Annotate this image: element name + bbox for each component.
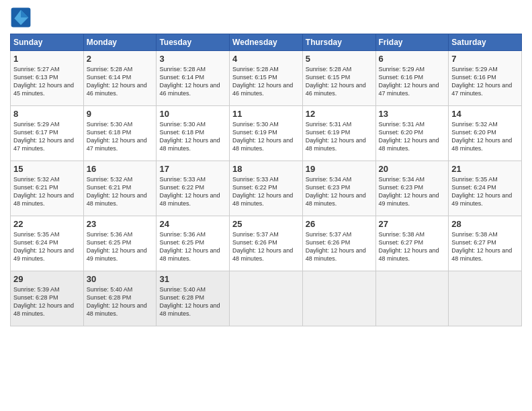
day-number: 23 <box>87 219 154 229</box>
calendar-cell: 8 Sunrise: 5:29 AM Sunset: 6:17 PM Dayli… <box>11 106 84 161</box>
day-number: 5 <box>306 54 373 64</box>
day-info: Sunrise: 5:35 AM Sunset: 6:24 PM Dayligh… <box>451 175 519 208</box>
day-number: 15 <box>13 164 81 174</box>
calendar-cell: 12 Sunrise: 5:31 AM Sunset: 6:19 PM Dayl… <box>302 106 375 161</box>
day-info: Sunrise: 5:40 AM Sunset: 6:28 PM Dayligh… <box>159 285 226 318</box>
calendar-cell: 9 Sunrise: 5:30 AM Sunset: 6:18 PM Dayli… <box>83 106 157 161</box>
day-info: Sunrise: 5:30 AM Sunset: 6:19 PM Dayligh… <box>232 120 300 153</box>
day-number: 2 <box>87 54 154 64</box>
calendar-cell: 2 Sunrise: 5:28 AM Sunset: 6:14 PM Dayli… <box>83 51 157 106</box>
day-info: Sunrise: 5:28 AM Sunset: 6:15 PM Dayligh… <box>306 65 373 98</box>
day-info: Sunrise: 5:38 AM Sunset: 6:27 PM Dayligh… <box>451 230 519 263</box>
calendar-cell: 19 Sunrise: 5:34 AM Sunset: 6:23 PM Dayl… <box>302 161 375 216</box>
calendar-cell <box>230 271 303 326</box>
day-info: Sunrise: 5:36 AM Sunset: 6:25 PM Dayligh… <box>87 230 154 263</box>
calendar-cell: 13 Sunrise: 5:31 AM Sunset: 6:20 PM Dayl… <box>375 106 449 161</box>
day-number: 24 <box>159 219 226 229</box>
calendar-cell: 30 Sunrise: 5:40 AM Sunset: 6:28 PM Dayl… <box>83 271 157 326</box>
day-number: 27 <box>379 219 446 229</box>
day-info: Sunrise: 5:33 AM Sunset: 6:22 PM Dayligh… <box>159 175 226 208</box>
header <box>10 7 522 28</box>
calendar-cell: 17 Sunrise: 5:33 AM Sunset: 6:22 PM Dayl… <box>157 161 230 216</box>
calendar-cell: 1 Sunrise: 5:27 AM Sunset: 6:13 PM Dayli… <box>11 51 84 106</box>
day-number: 14 <box>451 109 519 119</box>
day-number: 6 <box>379 54 446 64</box>
day-info: Sunrise: 5:32 AM Sunset: 6:21 PM Dayligh… <box>87 175 154 208</box>
calendar-cell: 25 Sunrise: 5:37 AM Sunset: 6:26 PM Dayl… <box>230 216 303 271</box>
day-info: Sunrise: 5:39 AM Sunset: 6:28 PM Dayligh… <box>13 285 81 318</box>
calendar-cell: 28 Sunrise: 5:38 AM Sunset: 6:27 PM Dayl… <box>449 216 522 271</box>
day-number: 16 <box>87 164 154 174</box>
day-info: Sunrise: 5:33 AM Sunset: 6:22 PM Dayligh… <box>232 175 300 208</box>
day-info: Sunrise: 5:29 AM Sunset: 6:16 PM Dayligh… <box>379 65 446 98</box>
calendar-cell: 27 Sunrise: 5:38 AM Sunset: 6:27 PM Dayl… <box>375 216 449 271</box>
day-number: 25 <box>232 219 300 229</box>
day-number: 8 <box>13 109 81 119</box>
day-info: Sunrise: 5:30 AM Sunset: 6:18 PM Dayligh… <box>87 120 154 153</box>
logo <box>10 7 34 28</box>
day-number: 10 <box>159 109 226 119</box>
day-info: Sunrise: 5:30 AM Sunset: 6:18 PM Dayligh… <box>159 120 226 153</box>
day-info: Sunrise: 5:40 AM Sunset: 6:28 PM Dayligh… <box>87 285 154 318</box>
calendar-cell: 16 Sunrise: 5:32 AM Sunset: 6:21 PM Dayl… <box>83 161 157 216</box>
calendar-header-row: SundayMondayTuesdayWednesdayThursdayFrid… <box>11 34 522 51</box>
day-number: 3 <box>159 54 226 64</box>
calendar-cell: 11 Sunrise: 5:30 AM Sunset: 6:19 PM Dayl… <box>230 106 303 161</box>
day-info: Sunrise: 5:28 AM Sunset: 6:14 PM Dayligh… <box>87 65 154 98</box>
day-info: Sunrise: 5:29 AM Sunset: 6:16 PM Dayligh… <box>451 65 519 98</box>
day-number: 13 <box>379 109 446 119</box>
day-number: 4 <box>232 54 300 64</box>
day-info: Sunrise: 5:28 AM Sunset: 6:15 PM Dayligh… <box>232 65 300 98</box>
day-header-friday: Friday <box>375 34 449 51</box>
calendar-cell <box>375 271 449 326</box>
day-info: Sunrise: 5:38 AM Sunset: 6:27 PM Dayligh… <box>379 230 446 263</box>
day-number: 9 <box>87 109 154 119</box>
calendar-cell: 24 Sunrise: 5:36 AM Sunset: 6:25 PM Dayl… <box>157 216 230 271</box>
calendar-cell: 7 Sunrise: 5:29 AM Sunset: 6:16 PM Dayli… <box>449 51 522 106</box>
calendar-cell: 10 Sunrise: 5:30 AM Sunset: 6:18 PM Dayl… <box>157 106 230 161</box>
calendar-cell: 15 Sunrise: 5:32 AM Sunset: 6:21 PM Dayl… <box>11 161 84 216</box>
calendar-week-2: 8 Sunrise: 5:29 AM Sunset: 6:17 PM Dayli… <box>11 106 522 161</box>
day-number: 1 <box>13 54 81 64</box>
calendar-week-4: 22 Sunrise: 5:35 AM Sunset: 6:24 PM Dayl… <box>11 216 522 271</box>
day-number: 26 <box>306 219 373 229</box>
day-header-wednesday: Wednesday <box>230 34 303 51</box>
page-container: SundayMondayTuesdayWednesdayThursdayFrid… <box>0 0 532 333</box>
calendar-cell <box>449 271 522 326</box>
day-info: Sunrise: 5:27 AM Sunset: 6:13 PM Dayligh… <box>13 65 81 98</box>
day-number: 19 <box>306 164 373 174</box>
day-header-tuesday: Tuesday <box>157 34 230 51</box>
day-number: 18 <box>232 164 300 174</box>
day-number: 29 <box>13 274 81 284</box>
calendar-cell: 26 Sunrise: 5:37 AM Sunset: 6:26 PM Dayl… <box>302 216 375 271</box>
calendar-cell: 5 Sunrise: 5:28 AM Sunset: 6:15 PM Dayli… <box>302 51 375 106</box>
day-number: 21 <box>451 164 519 174</box>
day-info: Sunrise: 5:32 AM Sunset: 6:20 PM Dayligh… <box>451 120 519 153</box>
day-info: Sunrise: 5:32 AM Sunset: 6:21 PM Dayligh… <box>13 175 81 208</box>
day-header-saturday: Saturday <box>449 34 522 51</box>
calendar-cell: 18 Sunrise: 5:33 AM Sunset: 6:22 PM Dayl… <box>230 161 303 216</box>
day-number: 20 <box>379 164 446 174</box>
day-number: 30 <box>87 274 154 284</box>
day-number: 22 <box>13 219 81 229</box>
calendar-week-5: 29 Sunrise: 5:39 AM Sunset: 6:28 PM Dayl… <box>11 271 522 326</box>
day-info: Sunrise: 5:31 AM Sunset: 6:20 PM Dayligh… <box>379 120 446 153</box>
day-info: Sunrise: 5:35 AM Sunset: 6:24 PM Dayligh… <box>13 230 81 263</box>
day-info: Sunrise: 5:34 AM Sunset: 6:23 PM Dayligh… <box>306 175 373 208</box>
logo-icon <box>10 7 32 28</box>
calendar-cell: 4 Sunrise: 5:28 AM Sunset: 6:15 PM Dayli… <box>230 51 303 106</box>
calendar-cell: 22 Sunrise: 5:35 AM Sunset: 6:24 PM Dayl… <box>11 216 84 271</box>
calendar-week-1: 1 Sunrise: 5:27 AM Sunset: 6:13 PM Dayli… <box>11 51 522 106</box>
day-info: Sunrise: 5:36 AM Sunset: 6:25 PM Dayligh… <box>159 230 226 263</box>
calendar-cell: 29 Sunrise: 5:39 AM Sunset: 6:28 PM Dayl… <box>11 271 84 326</box>
calendar-cell: 3 Sunrise: 5:28 AM Sunset: 6:14 PM Dayli… <box>157 51 230 106</box>
day-info: Sunrise: 5:37 AM Sunset: 6:26 PM Dayligh… <box>306 230 373 263</box>
calendar-cell: 23 Sunrise: 5:36 AM Sunset: 6:25 PM Dayl… <box>83 216 157 271</box>
day-info: Sunrise: 5:31 AM Sunset: 6:19 PM Dayligh… <box>306 120 373 153</box>
calendar-cell: 14 Sunrise: 5:32 AM Sunset: 6:20 PM Dayl… <box>449 106 522 161</box>
day-number: 12 <box>306 109 373 119</box>
day-number: 17 <box>159 164 226 174</box>
day-info: Sunrise: 5:37 AM Sunset: 6:26 PM Dayligh… <box>232 230 300 263</box>
calendar-week-3: 15 Sunrise: 5:32 AM Sunset: 6:21 PM Dayl… <box>11 161 522 216</box>
day-number: 28 <box>451 219 519 229</box>
